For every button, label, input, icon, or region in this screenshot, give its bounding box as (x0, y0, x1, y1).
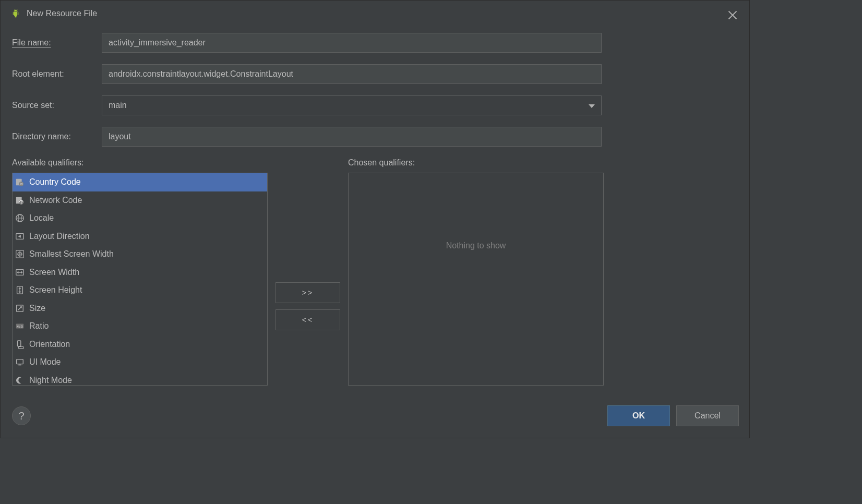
help-button[interactable]: ? (12, 406, 31, 425)
svg-rect-30 (18, 365, 21, 366)
cancel-button[interactable]: Cancel (676, 405, 739, 426)
directory-name-label: Directory name: (12, 132, 102, 141)
file-name-label: File name: (12, 38, 102, 47)
qualifier-label: Night Mode (29, 376, 72, 385)
arrow-left-box-icon (15, 231, 25, 242)
arrow-diag-icon (15, 303, 25, 314)
qualifier-label: Network Code (29, 196, 82, 205)
source-set-label: Source set: (12, 101, 102, 110)
qualifier-item[interactable]: Screen Width (13, 263, 267, 282)
qualifier-item[interactable]: Night Mode (13, 371, 267, 386)
svg-marker-2 (589, 104, 595, 108)
arrows-all-icon (15, 249, 25, 259)
flag-id-icon: id (15, 177, 25, 187)
svg-marker-21 (18, 292, 21, 293)
orientation-icon (15, 339, 25, 350)
chosen-empty-message: Nothing to show (349, 173, 603, 250)
qualifier-label: Size (29, 304, 45, 313)
new-resource-file-dialog: New Resource File File name: Root elemen… (0, 0, 750, 438)
svg-marker-12 (18, 235, 20, 237)
qualifier-item[interactable]: 4:3Ratio (13, 317, 267, 335)
arrows-v-icon (15, 285, 25, 295)
svg-text:id: id (20, 183, 22, 186)
qualifier-label: Orientation (29, 340, 70, 349)
qualifier-label: Layout Direction (29, 232, 90, 241)
chosen-qualifiers-label: Chosen qualifiers: (348, 158, 604, 167)
night-icon (15, 375, 25, 386)
qualifier-label: Locale (29, 213, 54, 223)
close-button[interactable] (727, 10, 738, 20)
svg-marker-17 (21, 271, 23, 273)
svg-rect-29 (17, 359, 23, 364)
qualifier-item[interactable]: Layout Direction (13, 227, 267, 246)
ok-button[interactable]: OK (607, 405, 670, 426)
root-element-input[interactable] (102, 64, 602, 84)
globe-icon (15, 213, 25, 223)
add-qualifier-button[interactable]: >> (276, 282, 340, 303)
ratio-43-icon: 4:3 (15, 321, 25, 331)
available-qualifiers-list[interactable]: idCountry CodeNetwork CodeLocaleLayout D… (12, 173, 268, 386)
source-set-value: main (109, 101, 589, 110)
qualifier-item[interactable]: UI Mode (13, 353, 267, 371)
qualifier-item[interactable]: Screen Height (13, 281, 267, 299)
svg-text:4:3: 4:3 (17, 325, 23, 328)
available-qualifiers-label: Available qualifiers: (12, 158, 268, 167)
qualifier-item[interactable]: Network Code (13, 191, 267, 210)
qualifier-item[interactable]: Orientation (13, 335, 267, 354)
svg-marker-20 (18, 287, 21, 289)
chevron-down-icon (589, 101, 595, 110)
dialog-title: New Resource File (27, 9, 97, 18)
form-area: File name: Root element: Source set: mai… (1, 27, 749, 158)
qualifiers-area: Available qualifiers: idCountry CodeNetw… (1, 158, 749, 386)
source-set-select[interactable]: main (102, 95, 602, 115)
qualifier-label: Ratio (29, 321, 49, 331)
qualifier-item[interactable]: Locale (13, 209, 267, 227)
file-name-input[interactable] (102, 33, 602, 53)
remove-qualifier-button[interactable]: << (276, 309, 340, 330)
qualifier-label: UI Mode (29, 357, 61, 367)
ui-mode-icon (15, 357, 25, 367)
chosen-qualifiers-list[interactable]: Nothing to show (348, 173, 604, 386)
root-element-label: Root element: (12, 69, 102, 79)
titlebar: New Resource File (1, 1, 749, 27)
arrows-h-icon (15, 267, 25, 278)
transfer-buttons-col: >> << (268, 158, 348, 386)
qualifier-label: Smallest Screen Width (29, 249, 114, 259)
flag-net-icon (15, 195, 25, 206)
dialog-footer: ? OK Cancel (1, 396, 749, 438)
svg-rect-27 (18, 341, 21, 346)
qualifier-item[interactable]: Size (13, 299, 267, 318)
qualifier-label: Screen Width (29, 268, 79, 277)
svg-rect-28 (18, 346, 23, 349)
directory-name-input[interactable] (102, 127, 602, 147)
qualifier-item[interactable]: idCountry Code (13, 173, 267, 191)
android-icon (11, 9, 20, 18)
qualifier-item[interactable]: Smallest Screen Width (13, 245, 267, 263)
qualifier-label: Screen Height (29, 285, 82, 295)
svg-marker-16 (17, 271, 19, 273)
qualifier-label: Country Code (29, 177, 81, 187)
